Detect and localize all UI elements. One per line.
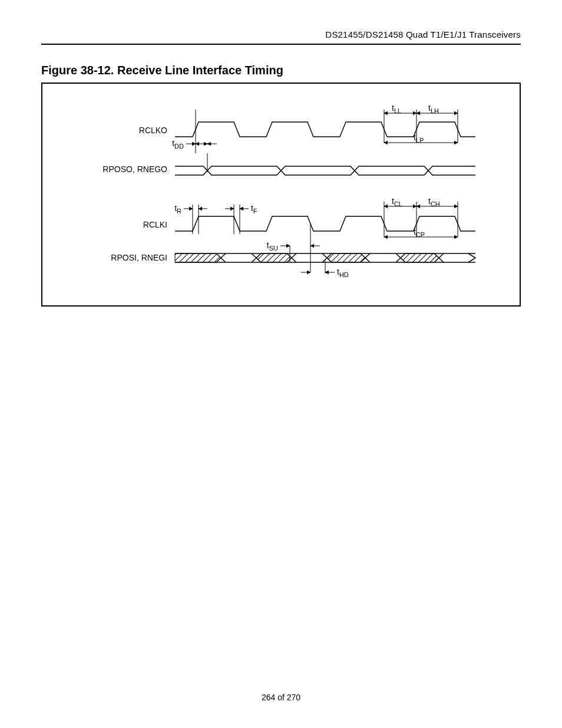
param-tCP: tCP: [414, 227, 425, 238]
row-rclko: RCLKO tLL tLH tLP tDD: [139, 103, 475, 172]
page-footer: 264 of 270: [0, 693, 562, 702]
label-rposo-rnego: RPOSO, RNEGO: [103, 164, 167, 174]
param-tDD: tDD: [172, 139, 184, 150]
header-rule: [41, 44, 521, 45]
param-tCH: tCH: [428, 196, 440, 207]
param-tHD: tHD: [337, 267, 349, 278]
param-tSU: tSU: [267, 241, 278, 252]
param-tLH: tLH: [428, 103, 439, 114]
row-rposi-rnegi: RPOSI, RNEGI: [111, 253, 475, 262]
label-rposi-rnegi: RPOSI, RNEGI: [111, 253, 167, 262]
row-rposo-rnego: RPOSO, RNEGO: [103, 164, 475, 175]
param-tF: tF: [251, 203, 257, 215]
figure-caption: Figure 38-12. Receive Line Interface Tim…: [41, 64, 283, 77]
label-rclko: RCLKO: [139, 126, 167, 135]
svg-marker-36: [327, 253, 365, 262]
label-rclki: RCLKI: [143, 220, 167, 229]
param-tR: tR: [174, 203, 181, 215]
doc-header: DS21455/DS21458 Quad T1/E1/J1 Transceive…: [325, 29, 521, 39]
timing-diagram-figure: RCLKO tLL tLH tLP tDD RPOSO, RNEGO: [41, 83, 521, 307]
param-tLL: tLL: [392, 103, 401, 114]
svg-marker-37: [401, 253, 439, 262]
param-tLP: tLP: [414, 133, 424, 144]
svg-marker-34: [175, 253, 221, 262]
svg-marker-35: [256, 253, 292, 262]
param-tCL: tCL: [392, 196, 402, 207]
row-rclki: RCLKI tR tF tCL tCH tCP tSU tHD: [143, 196, 475, 278]
